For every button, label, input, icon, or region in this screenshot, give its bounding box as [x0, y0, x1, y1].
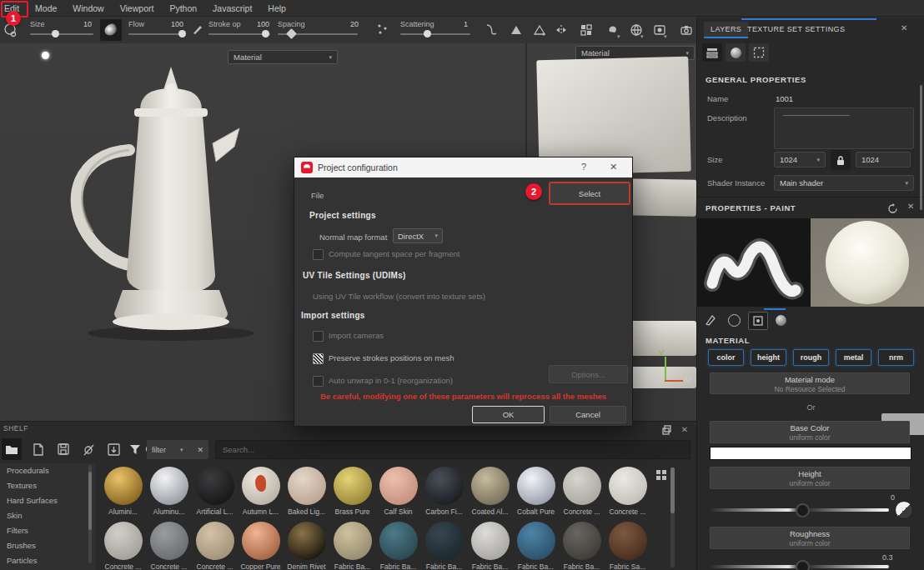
float-panel-icon[interactable] — [660, 425, 672, 435]
description-field[interactable] — [774, 108, 914, 149]
material-item[interactable]: Brass Pure — [329, 467, 375, 516]
material-item[interactable]: Concrete ... — [559, 467, 605, 516]
material-item[interactable]: Alumini... — [100, 467, 146, 516]
stroke-opacity-slider[interactable] — [208, 33, 270, 35]
import-resources-icon[interactable] — [103, 438, 123, 460]
material-item[interactable]: Baked Lig... — [284, 467, 329, 516]
tab-texture-set-settings[interactable]: TEXTURE SET SETTINGS — [747, 25, 845, 33]
base-color-bar[interactable]: Base Color uniform color — [710, 421, 910, 443]
preserve-strokes-checkbox[interactable] — [313, 353, 324, 364]
roughness-bar[interactable]: Roughness uniform color — [710, 527, 910, 549]
auto-unwrap-checkbox[interactable] — [313, 376, 324, 387]
close-shelf-icon[interactable]: ✕ — [679, 425, 690, 435]
material-item[interactable]: Fabric Sa... — [605, 522, 650, 570]
physical-brush-icon[interactable] — [701, 312, 720, 328]
material-item[interactable]: Coated Al... — [467, 467, 513, 516]
menu-python[interactable]: Python — [169, 3, 197, 13]
spacing-slider[interactable] — [278, 33, 358, 35]
material-item[interactable]: Fabric Ba... — [513, 522, 559, 570]
select-file-button[interactable]: Select — [550, 182, 630, 204]
material-item[interactable]: Fabric Ba... — [329, 522, 375, 570]
pen-pressure-icon[interactable] — [190, 22, 205, 37]
new-resource-icon[interactable] — [28, 438, 48, 460]
shelf-category-skin[interactable]: Skin — [0, 508, 95, 523]
clear-filter-icon[interactable]: ✕ — [197, 446, 203, 454]
dialog-titlebar[interactable]: Project configuration ? ✕ — [294, 158, 632, 178]
panel-scrollbar-thumb[interactable] — [920, 85, 922, 210]
material-item[interactable]: Carbon Fi... — [421, 467, 467, 516]
material-item[interactable]: Concrete ... — [146, 522, 192, 570]
material-item[interactable]: Aluminu... — [146, 467, 192, 516]
size-height-field[interactable]: 1024 — [856, 152, 911, 168]
disc-preview-icon[interactable] — [725, 312, 743, 328]
flow-slider[interactable] — [128, 33, 185, 35]
close-dialog-icon[interactable]: ✕ — [610, 162, 617, 172]
folder-icon[interactable] — [2, 438, 22, 460]
size-slider[interactable] — [30, 33, 93, 35]
roughness-slider-knob[interactable] — [796, 560, 810, 570]
menu-help[interactable]: Help — [268, 3, 286, 13]
menu-mode[interactable]: Mode — [35, 3, 57, 13]
height-slider-knob[interactable] — [796, 503, 810, 518]
close-properties-icon[interactable]: ✕ — [907, 202, 914, 211]
camera-icon[interactable] — [679, 22, 694, 38]
channel-button-nrm[interactable]: nrm — [878, 349, 914, 366]
lock-ratio-icon[interactable] — [831, 150, 851, 170]
scatter-dots-icon[interactable] — [375, 22, 390, 37]
shelf-category-particles[interactable]: Particles — [0, 553, 95, 568]
shelf-category-textures[interactable]: Textures — [0, 478, 95, 493]
channel-button-rough[interactable]: rough — [793, 349, 829, 366]
shader-instance-dropdown[interactable]: Main shader ▾ — [774, 175, 914, 191]
compute-tangent-checkbox[interactable] — [313, 249, 324, 260]
categories-scrollbar-thumb[interactable] — [88, 472, 92, 530]
shelf-category-procedurals[interactable]: Procedurals — [0, 463, 95, 478]
size-dropdown[interactable]: 1024 ▾ — [774, 152, 826, 168]
layers-view-icon[interactable] — [702, 43, 722, 62]
base-color-swatch[interactable] — [710, 447, 911, 460]
sphere-preview-icon[interactable] — [771, 312, 790, 328]
material-item[interactable]: Cobalt Pure — [513, 467, 559, 516]
grid-view-icon[interactable] — [655, 469, 667, 481]
material-item[interactable]: Denim Rivet — [284, 522, 329, 570]
material-mode-bar[interactable]: Material mode No Resource Selected — [710, 372, 910, 394]
lazy-mouse-icon[interactable] — [484, 22, 499, 38]
uv-tiling-icon[interactable] — [579, 22, 594, 38]
close-panel-icon[interactable]: ✕ — [901, 23, 907, 32]
tab-layers[interactable]: LAYERS — [704, 22, 748, 38]
scattering-slider[interactable] — [400, 33, 470, 35]
search-input[interactable] — [215, 440, 690, 459]
hide-resources-icon[interactable] — [78, 438, 98, 460]
projection-mode-icon[interactable] — [532, 22, 547, 38]
material-item[interactable]: Autumn L... — [238, 467, 284, 516]
cancel-button[interactable]: Cancel — [550, 406, 626, 423]
menu-window[interactable]: Window — [73, 3, 103, 13]
reset-properties-icon[interactable] — [887, 202, 898, 213]
symmetry-icon[interactable] — [554, 22, 569, 38]
normal-map-format-dropdown[interactable]: DirectX ▾ — [393, 228, 443, 243]
menu-javascript[interactable]: Javascript — [213, 3, 252, 13]
material-dropdown-3d[interactable]: Material ▾ — [228, 50, 338, 64]
filter-funnel-icon[interactable] — [125, 438, 145, 460]
import-cameras-checkbox[interactable] — [313, 331, 324, 342]
stamp-caret-icon[interactable]: ▾ — [617, 33, 620, 40]
unwrap-options-button[interactable]: Options... — [549, 365, 628, 383]
material-item[interactable]: Concrete ... — [605, 467, 650, 516]
material-item[interactable]: Copper Pure — [238, 522, 284, 570]
height-bar[interactable]: Height uniform color — [710, 467, 910, 489]
channel-button-metal[interactable]: metal — [836, 349, 871, 366]
menu-viewport[interactable]: Viewport — [120, 3, 154, 13]
channel-button-height[interactable]: height — [751, 349, 786, 366]
alignment-icon[interactable] — [509, 22, 524, 38]
materials-scrollbar-thumb[interactable] — [670, 468, 675, 513]
ok-button[interactable]: OK — [472, 406, 545, 423]
material-item[interactable]: Fabric Ba... — [421, 522, 467, 570]
height-slider[interactable] — [710, 508, 889, 512]
active-filter-chip[interactable]: filter ▾ ✕ — [147, 440, 208, 459]
globe-caret-icon[interactable]: ▾ — [640, 33, 644, 40]
shelf-category-brushes[interactable]: Brushes — [0, 538, 95, 553]
material-caret-icon[interactable]: ▾ — [664, 33, 667, 40]
channel-button-color[interactable]: color — [708, 349, 744, 366]
shelf-category-filters[interactable]: Filters — [0, 523, 95, 538]
brush-alpha-thumbnail[interactable] — [100, 19, 122, 41]
shelf-category-hard-surfaces[interactable]: Hard Surfaces — [0, 493, 95, 508]
